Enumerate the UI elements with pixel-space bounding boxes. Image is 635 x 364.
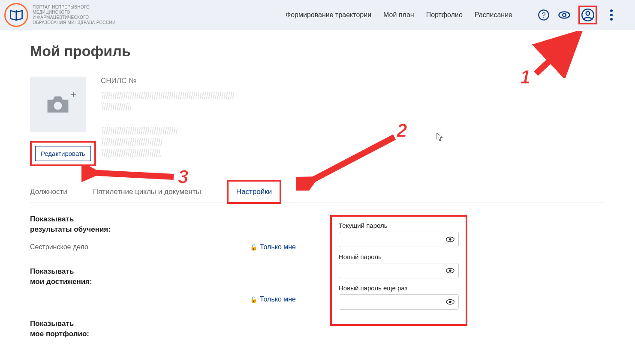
camera-icon bbox=[45, 94, 71, 115]
current-password-input[interactable] bbox=[343, 236, 445, 243]
visibility-icon[interactable] bbox=[558, 9, 571, 21]
show-password-icon[interactable] bbox=[445, 298, 455, 305]
logo-area: ПОРТАЛ НЕПРЕРЫВНОГО МЕДИЦИНСКОГО И ФАРМА… bbox=[4, 3, 115, 27]
tab-cycles[interactable]: Пятилетние циклы и документы bbox=[93, 188, 201, 196]
visibility-only-me-1[interactable]: 🔒 Только мне bbox=[250, 243, 296, 251]
nav-portfolio[interactable]: Портфолио bbox=[426, 11, 463, 19]
password-panel-highlight: Текущий пароль Новый пароль Новый пароль… bbox=[330, 215, 467, 326]
svg-text:?: ? bbox=[542, 11, 545, 19]
annotation-1: 1 bbox=[520, 66, 530, 88]
redacted-text bbox=[101, 103, 131, 110]
svg-point-3 bbox=[563, 13, 566, 17]
plus-icon: + bbox=[70, 89, 76, 101]
nav-trajectory[interactable]: Формирование траектории bbox=[286, 11, 371, 19]
new-password-input[interactable] bbox=[343, 267, 445, 274]
only-me-text: Только мне bbox=[260, 243, 296, 251]
logo-text: ПОРТАЛ НЕПРЕРЫВНОГО МЕДИЦИНСКОГО И ФАРМА… bbox=[33, 5, 115, 25]
tab-positions[interactable]: Должности bbox=[30, 188, 67, 196]
lock-icon: 🔒 bbox=[250, 296, 257, 303]
redacted-text bbox=[101, 92, 234, 99]
repeat-password-input[interactable] bbox=[343, 298, 445, 305]
new-password-label: Новый пароль bbox=[339, 253, 459, 260]
show-portfolio-label-1: Показывать bbox=[30, 319, 296, 328]
nav-my-plan[interactable]: Мой план bbox=[383, 11, 414, 19]
svg-point-8 bbox=[449, 238, 451, 241]
repeat-password-label: Новый пароль еще раз bbox=[339, 284, 459, 292]
annotation-2: 2 bbox=[397, 120, 407, 141]
show-results-label-1: Показывать bbox=[30, 215, 296, 224]
nav-icons: ? bbox=[537, 6, 618, 24]
nav-schedule[interactable]: Расписание bbox=[475, 11, 512, 19]
cursor-icon bbox=[436, 133, 443, 143]
tab-settings-highlight: Настройки bbox=[227, 180, 281, 204]
tabs-bar: Должности Пятилетние циклы и документы Н… bbox=[30, 188, 605, 203]
svg-point-12 bbox=[449, 301, 451, 303]
show-achievements-label-2: мои достижения: bbox=[30, 277, 296, 286]
user-profile-icon-highlight bbox=[578, 6, 597, 24]
svg-point-5 bbox=[586, 12, 590, 15]
redacted-text bbox=[101, 127, 178, 134]
current-password-label: Текущий пароль bbox=[339, 222, 459, 229]
show-portfolio-label-2: мое портфолио: bbox=[30, 330, 296, 338]
show-achievements-label-1: Показывать bbox=[30, 267, 296, 276]
visibility-only-me-2[interactable]: 🔒 Только мне bbox=[250, 295, 296, 303]
nursing-label: Сестринское дело bbox=[30, 243, 88, 251]
page-title: Мой профиль bbox=[30, 43, 605, 60]
help-icon[interactable]: ? bbox=[537, 9, 550, 21]
edit-button-highlight: Редактировать bbox=[30, 141, 96, 166]
only-me-text: Только мне bbox=[260, 295, 296, 303]
annotation-3: 3 bbox=[178, 166, 188, 188]
redacted-text bbox=[101, 138, 163, 146]
show-password-icon[interactable] bbox=[445, 236, 455, 243]
redacted-text bbox=[101, 149, 161, 157]
main-nav: Формирование траектории Мой план Портфол… bbox=[286, 6, 618, 24]
svg-point-2 bbox=[559, 12, 570, 18]
logo-icon bbox=[4, 3, 28, 27]
show-results-label-2: результаты обучения: bbox=[30, 225, 296, 234]
user-profile-icon[interactable] bbox=[581, 9, 594, 21]
show-password-icon[interactable] bbox=[445, 267, 455, 274]
lock-icon: 🔒 bbox=[250, 244, 257, 251]
more-menu-icon[interactable] bbox=[605, 9, 618, 21]
svg-point-6 bbox=[54, 101, 62, 110]
header: ПОРТАЛ НЕПРЕРЫВНОГО МЕДИЦИНСКОГО И ФАРМА… bbox=[0, 0, 635, 30]
avatar-upload[interactable]: + bbox=[30, 77, 86, 132]
edit-button[interactable]: Редактировать bbox=[35, 146, 91, 161]
svg-point-10 bbox=[449, 269, 451, 272]
tab-settings[interactable]: Настройки bbox=[236, 188, 272, 196]
